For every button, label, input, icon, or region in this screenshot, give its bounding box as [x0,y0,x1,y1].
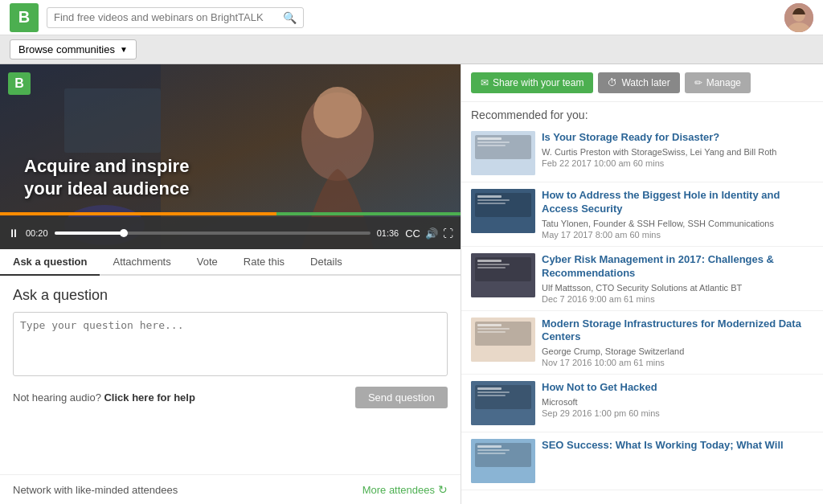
question-bottom-bar: Not hearing audio? Click here for help S… [13,387,448,408]
rec-info: SEO Success: What Is Working Today; What… [542,439,813,483]
rec-thumbnail [471,131,535,175]
svg-rect-27 [477,328,510,330]
chevron-down-icon: ▼ [120,45,128,54]
svg-rect-17 [477,199,510,201]
control-icons: CC 🔊 ⛶ [405,227,453,240]
search-icon: 🔍 [283,11,297,24]
rec-meta: Feb 22 2017 10:00 am 60 mins [542,158,813,168]
svg-rect-32 [477,391,510,393]
volume-icon[interactable]: 🔊 [425,227,438,240]
rec-title: Modern Storage Infrastructures for Moder… [542,318,813,345]
svg-rect-33 [477,395,506,396]
logo-letter: B [18,8,30,27]
rec-author: Ulf Mattsson, CTO Security Solutions at … [542,283,813,293]
avatar[interactable] [784,3,813,32]
time-current: 00:20 [26,228,48,238]
video-overlay-text: Acquire and inspire your ideal audience [24,155,189,201]
network-label: Network with like-minded attendees [13,484,178,496]
send-question-button[interactable]: Send question [355,387,448,408]
tab-attachments[interactable]: Attachments [100,249,183,276]
video-player[interactable]: B Acquire and inspire your ideal audienc… [0,64,461,249]
rec-info: How Not to Get HackedMicrosoftSep 29 201… [542,381,813,425]
fullscreen-icon[interactable]: ⛶ [443,227,453,240]
rec-info: How to Address the Biggest Hole in Ident… [542,189,813,240]
svg-rect-38 [477,453,506,454]
recommendations-list: Is Your Storage Ready for Disaster?W. Cu… [461,125,823,504]
right-panel: ✉ Share with your team ⏱ Watch later ✏ M… [461,64,823,504]
svg-rect-12 [477,141,510,143]
main-content: B Acquire and inspire your ideal audienc… [0,64,823,504]
ask-question-heading: Ask a question [13,287,448,304]
tab-content-area: Ask a question Not hearing audio? Click … [0,276,461,474]
progress-color-bar [0,212,461,215]
overlay-line1: Acquire and inspire [24,155,189,178]
pencil-icon: ✏ [694,77,702,88]
rec-info: Modern Storage Infrastructures for Moder… [542,318,813,368]
audio-help-text: Not hearing audio? Click here for help [13,391,195,404]
recommendation-item[interactable]: How to Address the Biggest Hole in Ident… [461,182,823,247]
recommendation-item[interactable]: Modern Storage Infrastructures for Moder… [461,311,823,375]
svg-rect-28 [477,331,506,333]
rec-title: Cyber Risk Management in 2017: Challenge… [542,253,813,281]
pause-button[interactable]: ⏸ [8,227,19,240]
rec-info: Is Your Storage Ready for Disaster?W. Cu… [542,131,813,175]
manage-label: Manage [706,77,741,88]
rec-author: Microsoft [542,397,813,407]
left-panel: B Acquire and inspire your ideal audienc… [0,64,461,504]
clock-icon: ⏱ [608,77,617,88]
video-logo-letter: B [14,76,24,91]
rec-thumbnail [471,439,535,483]
recommendation-item[interactable]: How Not to Get HackedMicrosoftSep 29 201… [461,375,823,432]
rec-title: How to Address the Biggest Hole in Ident… [542,189,813,216]
progress-handle[interactable] [120,229,128,237]
recommendation-item[interactable]: Cyber Risk Management in 2017: Challenge… [461,247,823,311]
rec-author: George Crump, Storage Switzerland [542,346,813,356]
rec-meta: May 17 2017 8:00 am 60 mins [542,230,813,240]
share-button[interactable]: ✉ Share with your team [471,72,593,93]
svg-rect-7 [64,88,161,153]
svg-rect-13 [477,145,506,146]
svg-rect-31 [477,387,502,390]
rec-title: How Not to Get Hacked [542,381,813,395]
cc-icon[interactable]: CC [405,227,420,240]
video-progress-bar[interactable] [55,232,371,235]
tab-details[interactable]: Details [297,249,355,276]
share-icon: ✉ [481,77,489,88]
rec-title: SEO Success: What Is Working Today; What… [542,439,813,453]
rec-thumbnail [471,189,535,233]
rec-meta: Dec 7 2016 9:00 am 61 mins [542,294,813,304]
rec-title: Is Your Storage Ready for Disaster? [542,131,813,145]
manage-button[interactable]: ✏ Manage [685,72,751,93]
rec-thumbnail [471,253,535,297]
overlay-line2: your ideal audience [24,178,189,201]
rec-meta: Nov 17 2016 10:00 am 61 mins [542,358,813,367]
search-bar[interactable]: 🔍 [47,7,304,28]
question-textarea[interactable] [13,312,448,376]
header: B 🔍 [0,0,823,35]
video-logo: B [8,72,31,95]
rec-author: W. Curtis Preston with StorageSwiss, Lei… [542,147,813,157]
network-bar: Network with like-minded attendees More … [0,474,461,504]
browse-communities-button[interactable]: Browse communities ▼ [10,39,137,59]
watch-later-button[interactable]: ⏱ Watch later [598,72,679,93]
search-input[interactable] [54,11,280,23]
more-attendees-label: More attendees [362,484,435,496]
refresh-icon: ↻ [438,483,448,496]
progress-fill [55,232,124,235]
recommendation-item[interactable]: SEO Success: What Is Working Today; What… [461,432,823,490]
tab-rate-this[interactable]: Rate this [231,249,297,276]
rec-thumbnail [471,381,535,425]
tab-ask-question[interactable]: Ask a question [0,249,100,276]
navbar: Browse communities ▼ [0,35,823,64]
recommendation-item[interactable]: Is Your Storage Ready for Disaster?W. Cu… [461,125,823,182]
video-controls: ⏸ 00:20 01:36 CC 🔊 ⛶ [0,217,461,249]
logo: B [10,3,39,32]
audio-help-link[interactable]: Click here for help [104,391,194,404]
svg-rect-18 [477,203,506,204]
more-attendees-button[interactable]: More attendees ↻ [362,483,448,496]
svg-rect-36 [477,445,502,448]
tab-vote[interactable]: Vote [184,249,231,276]
svg-rect-22 [477,264,510,265]
time-total: 01:36 [377,228,399,238]
rec-meta: Sep 29 2016 1:00 pm 60 mins [542,408,813,418]
